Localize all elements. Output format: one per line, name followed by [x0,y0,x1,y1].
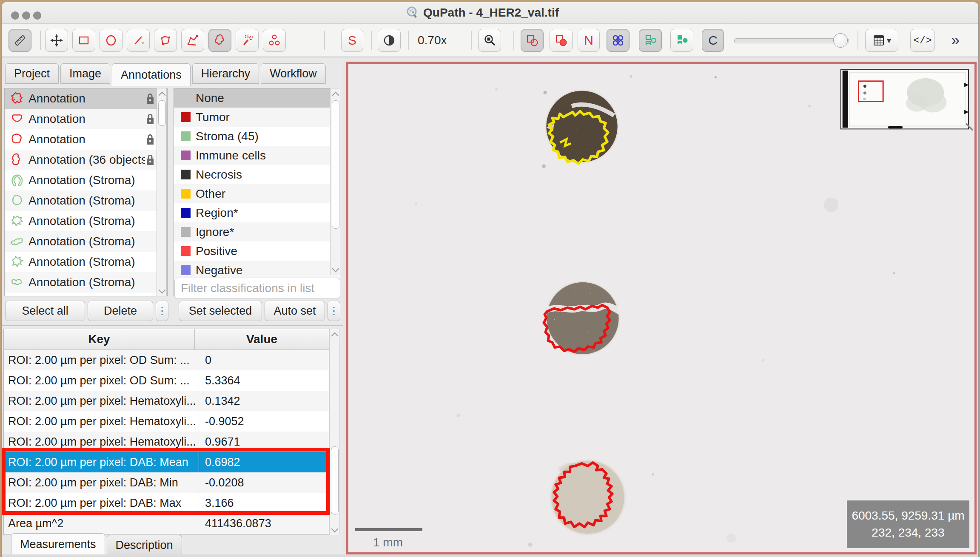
opacity-slider-thumb[interactable] [833,33,848,48]
script-editor-button[interactable]: </> [910,29,935,52]
slide-overview-thumbnail[interactable] [841,69,973,130]
panel-tabs: ProjectImageAnnotationsHierarchyWorkflow [5,63,326,85]
measurement-row[interactable]: ROI: 2.00 µm per pixel: DAB: Min-0.0208 [4,472,329,493]
brush-tool-button[interactable] [208,29,231,52]
tab-project[interactable]: Project [5,63,59,84]
class-label: Ignore* [196,225,234,239]
annotation-list-item[interactable]: Annotation (Stroma) [5,170,167,190]
classification-item[interactable]: Ignore* [174,222,340,242]
filter-classifications-input[interactable] [174,278,340,299]
classification-item[interactable]: Necrosis [174,165,340,184]
titlebar: QuPath - 4_HER2_val.tif [2,2,978,24]
class-color-swatch [181,227,191,237]
classification-item[interactable]: Immune cells [174,146,340,165]
classification-list[interactable]: NoneTumorStroma (45)Immune cellsNecrosis… [174,88,340,296]
measurement-key: ROI: 2.00 µm per pixel: OD Sum: ... [4,370,199,391]
rectangle-icon [77,33,91,48]
tma-grid-button[interactable] [639,29,662,52]
selection-mode-button[interactable]: S [341,29,363,52]
annotation-more-button[interactable]: ⋮ [156,301,168,321]
classification-item[interactable]: Stroma (45) [174,127,340,146]
measurements-table-header[interactable]: Key Value [4,329,329,350]
fill-annotations-toggle-button[interactable] [550,29,573,52]
measurement-row[interactable]: ROI: 2.00 µm per pixel: Hematoxyli...0.1… [4,391,329,411]
annotation-list-item[interactable]: Annotation (36 objects) [5,150,167,170]
annotation-list-item[interactable]: Annotation [5,129,167,150]
show-names-button[interactable]: N [578,29,600,52]
tma-grid-filled-button[interactable] [670,29,693,52]
classification-item[interactable]: Negative [174,261,340,280]
close-window-button[interactable] [11,11,19,20]
annotation-list-item[interactable]: Annotation (Stroma) [5,211,167,231]
annotation-list-item[interactable]: Annotation [5,88,167,109]
measurement-table-button[interactable]: ▾ [865,29,898,52]
tma-core-bottom[interactable] [550,460,625,534]
classification-more-button[interactable]: ⋮ [328,301,340,321]
show-detections-button[interactable] [607,29,630,52]
annotation-list[interactable]: AnnotationAnnotationAnnotationAnnotation… [4,88,168,296]
classification-item[interactable]: None [174,88,340,108]
zoom-to-fit-button[interactable] [478,29,501,52]
set-selected-button[interactable]: Set selected [179,301,262,321]
show-classes-button[interactable]: C [702,29,724,52]
opacity-slider[interactable] [734,38,849,43]
classification-item[interactable]: Region* [174,203,340,222]
classification-item[interactable]: Positive [174,242,340,261]
measurement-row[interactable]: Area µm^2411436.0873 [4,513,329,534]
tab-image[interactable]: Image [60,63,110,84]
selection-mode-icon: S [348,33,356,48]
tab-hierarchy[interactable]: Hierarchy [192,63,259,84]
slide-canvas[interactable] [348,64,974,552]
tab-workflow[interactable]: Workflow [261,63,326,84]
show-annotations-button[interactable] [521,29,544,52]
magnification-readout[interactable]: 0.70x [418,29,447,52]
lock-icon [145,93,155,105]
ellipse-tool-button[interactable] [100,29,122,52]
measurements-table-scrollbar[interactable] [329,329,339,535]
ruler-tool-button[interactable] [9,29,31,52]
auto-set-button[interactable]: Auto set [265,301,325,321]
move-icon [49,33,64,48]
move-tool-button[interactable] [45,29,68,52]
points-tool-button[interactable] [263,29,286,52]
class-toggle-icon: C [708,33,718,48]
polyline-tool-button[interactable] [181,29,204,52]
polyline-icon [185,33,200,48]
line-tool-button[interactable] [127,29,150,52]
measurements-table[interactable]: Key Value ROI: 2.00 µm per pixel: OD Sum… [3,329,329,535]
annotation-list-item[interactable]: Annotation (Stroma) [5,231,167,252]
wand-tool-button[interactable] [236,29,259,52]
minimize-window-button[interactable] [22,11,30,20]
measurement-row[interactable]: ROI: 2.00 µm per pixel: Hematoxyli...0.9… [4,432,329,452]
measurement-row[interactable]: ROI: 2.00 µm per pixel: DAB: Max3.166 [4,493,329,513]
measurement-row[interactable]: ROI: 2.00 µm per pixel: Hematoxyli...-0.… [4,411,329,432]
tab-annotations[interactable]: Annotations [112,63,191,86]
zoom-window-button[interactable] [33,11,41,20]
annotation-list-item[interactable]: Annotation (Stroma) [5,272,167,293]
column-header-value[interactable]: Value [195,329,329,350]
bottom-tab-description[interactable]: Description [107,535,182,555]
brightness-contrast-button[interactable] [378,29,401,52]
measurement-row[interactable]: ROI: 2.00 µm per pixel: OD Sum: ...5.336… [4,370,329,391]
annotation-shape-icon [10,275,24,290]
annotation-list-item[interactable]: Annotation [5,109,167,129]
slide-viewer[interactable]: 1 mm 6003.55, 9259.31 µm 232, 234, 233 [346,62,977,554]
measurement-row[interactable]: ROI: 2.00 µm per pixel: DAB: Mean0.6982 [4,452,329,472]
measurement-row[interactable]: ROI: 2.00 µm per pixel: OD Sum: ...0 [4,350,329,370]
delete-button[interactable]: Delete [88,301,153,321]
annotation-list-item[interactable]: Annotation (Stroma) [5,252,167,272]
annotation-list-item[interactable]: Annotation (Stroma) [5,190,167,211]
polygon-tool-button[interactable] [154,29,177,52]
classification-item[interactable]: Tumor [174,108,340,127]
annotation-list-scrollbar[interactable] [157,88,167,296]
bottom-tab-measurements[interactable]: Measurements [11,533,105,555]
toolbar-overflow-button[interactable]: » [951,29,960,52]
classification-item[interactable]: Other [174,184,340,203]
column-header-key[interactable]: Key [4,329,195,350]
line-icon [131,33,145,48]
rectangle-tool-button[interactable] [72,29,95,52]
classification-list-scrollbar[interactable] [330,88,340,275]
select-all-button[interactable]: Select all [5,301,85,321]
tma-core-middle[interactable] [544,282,620,354]
tma-core-top[interactable] [546,91,617,164]
